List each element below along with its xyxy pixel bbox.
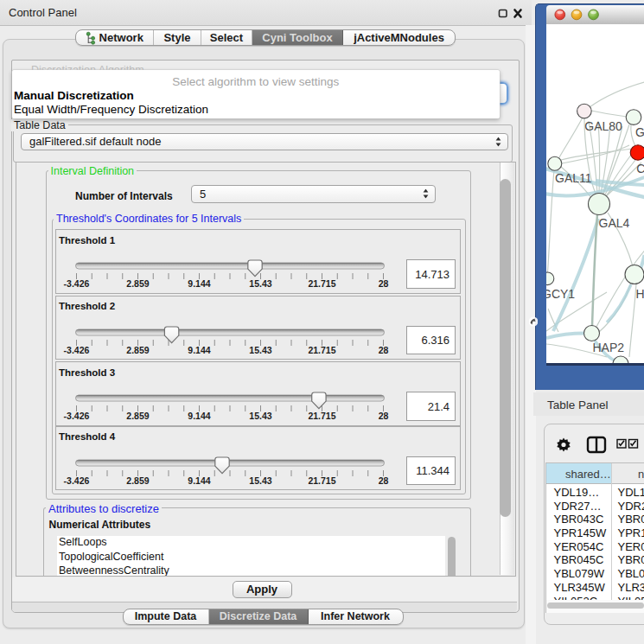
svg-text:2.859: 2.859 [126,278,149,289]
svg-text:-3.426: -3.426 [63,475,89,486]
svg-text:9.144: 9.144 [188,278,210,289]
svg-text:GAL4: GAL4 [599,216,630,230]
svg-text:9.144: 9.144 [188,411,210,421]
svg-text:21.715: 21.715 [308,278,335,289]
svg-text:21.715: 21.715 [308,345,335,355]
svg-text:-3.426: -3.426 [63,278,89,289]
svg-text:15.43: 15.43 [249,411,271,421]
svg-text:H: H [636,287,644,301]
svg-text:21.715: 21.715 [308,475,335,486]
svg-text:GAL80: GAL80 [584,119,622,133]
svg-text:-3.426: -3.426 [63,411,89,421]
svg-text:28: 28 [378,411,388,421]
svg-text:15.43: 15.43 [249,475,271,486]
svg-text:GAL11: GAL11 [555,171,592,185]
svg-text:15.43: 15.43 [249,278,271,289]
svg-text:9.144: 9.144 [188,475,210,486]
svg-text:-3.426: -3.426 [63,345,89,355]
svg-text:GA: GA [635,125,644,139]
svg-text:15.43: 15.43 [249,345,271,355]
svg-text:28: 28 [378,475,388,486]
svg-text:2.859: 2.859 [126,411,149,421]
svg-text:2.859: 2.859 [126,345,149,355]
svg-text:HAP2: HAP2 [593,341,625,354]
svg-text:9.144: 9.144 [188,345,210,355]
svg-text:21.715: 21.715 [308,411,335,421]
svg-text:GCY1: GCY1 [546,287,575,301]
svg-text:2.859: 2.859 [126,475,149,486]
svg-text:C: C [636,162,644,175]
svg-text:28: 28 [378,345,388,355]
svg-text:28: 28 [378,278,388,289]
